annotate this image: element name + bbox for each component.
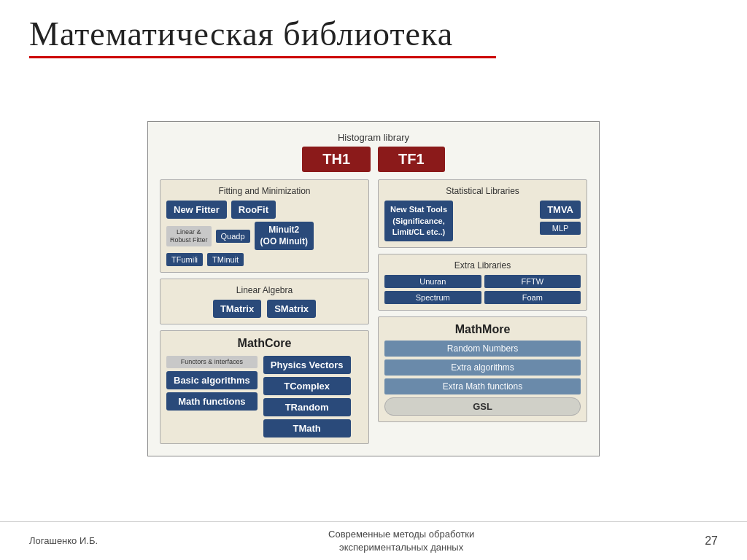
mathmore-items: Random Numbers Extra algorithms Extra Ma… (384, 341, 581, 416)
statistical-section: Statistical Libraries New Stat Tools(Sig… (378, 179, 587, 248)
fftw-btn: FFTW (484, 275, 581, 288)
histogram-section: Histogram library TH1 TF1 (160, 132, 587, 172)
physics-vectors-btn: Physics Vectors (263, 356, 351, 374)
math-functions-btn: Math functions (166, 392, 258, 411)
linear-algebra-section: Linear Algebra TMatrix SMatrix (160, 279, 369, 324)
page-number: 27 (705, 534, 718, 548)
basic-algorithms-btn: Basic algorithms (166, 371, 258, 389)
smatrix-btn: SMatrix (267, 300, 316, 318)
tf1-box: TF1 (378, 147, 445, 172)
fitting-section: Fitting and Minimization New Fitter RooF… (160, 179, 369, 273)
random-numbers-item: Random Numbers (384, 341, 581, 357)
stat-left: New Stat Tools(Significance,Limit/CL etc… (384, 201, 535, 241)
extra-algorithms-item: Extra algorithms (384, 359, 581, 376)
stat-right: TMVA MLP (540, 201, 581, 241)
main-columns: Fitting and Minimization New Fitter RooF… (160, 179, 587, 444)
course-line1: Современные методы обработки (328, 529, 474, 540)
fitting-row2: Linear &Robust Fitter Quadp Minuit2 (OO … (166, 222, 363, 250)
new-fitter-btn: New Fitter (166, 201, 227, 219)
extra-libraries-title: Extra Libraries (384, 260, 581, 271)
roofit-btn: RooFit (231, 201, 276, 219)
fitting-row1: New Fitter RooFit (166, 201, 363, 219)
fitting-title: Fitting and Minimization (166, 186, 363, 196)
extra-libraries-section: Extra Libraries Unuran FFTW Spectrum Foa… (378, 254, 587, 311)
histogram-label: Histogram library (160, 132, 587, 143)
unuran-btn: Unuran (384, 275, 481, 288)
slide-container: Математическая библиотека Histogram libr… (0, 0, 747, 521)
mlp-btn: MLP (540, 222, 581, 235)
diagram-area: Histogram library TH1 TF1 Fitting and Mi… (29, 64, 718, 514)
mathcore-title: MathCore (166, 337, 363, 350)
foam-btn: Foam (484, 291, 581, 304)
linalg-row: TMatrix SMatrix (166, 300, 363, 318)
spectrum-btn: Spectrum (384, 291, 481, 304)
mathcore-left: Functors & interfaces Basic algorithms M… (166, 356, 258, 438)
mathmore-title: MathMore (384, 323, 581, 336)
fitting-row3: TFumili TMinuit (166, 253, 363, 266)
left-column: Fitting and Minimization New Fitter RooF… (160, 179, 369, 444)
tfumili-btn: TFumili (166, 253, 203, 266)
tmath-btn: TMath (263, 419, 351, 438)
tcomplex-btn: TComplex (263, 377, 351, 395)
histogram-boxes: TH1 TF1 (160, 147, 587, 172)
right-column: Statistical Libraries New Stat Tools(Sig… (378, 179, 587, 444)
th1-box: TH1 (302, 147, 371, 172)
diagram-box: Histogram library TH1 TF1 Fitting and Mi… (147, 121, 600, 456)
linear-robust-btn: Linear &Robust Fitter (166, 226, 212, 246)
page-title: Математическая библиотека (29, 15, 718, 53)
tminuit-btn: TMinuit (207, 253, 244, 266)
functors-btn: Functors & interfaces (166, 356, 258, 368)
linear-algebra-title: Linear Algebra (166, 285, 363, 295)
statistical-title: Statistical Libraries (384, 186, 581, 196)
extra-libraries-grid: Unuran FFTW Spectrum Foam (384, 275, 581, 304)
mathcore-right: Physics Vectors TComplex TRandom TMath (263, 356, 351, 438)
trandom-btn: TRandom (263, 398, 351, 416)
stat-grid: New Stat Tools(Significance,Limit/CL etc… (384, 201, 581, 241)
title-section: Математическая библиотека (29, 15, 718, 58)
new-stat-btn: New Stat Tools(Significance,Limit/CL etc… (384, 201, 453, 241)
gsl-item: GSL (384, 397, 581, 416)
footer: Логашенко И.Б. Современные методы обрабо… (0, 521, 747, 560)
fitting-grid: New Fitter RooFit Linear &Robust Fitter … (166, 201, 363, 266)
mathcore-section: MathCore Functors & interfaces Basic alg… (160, 330, 369, 444)
quadp-btn: Quadp (216, 230, 250, 243)
course-line2: экспериментальных данных (339, 542, 463, 553)
minuit2-btn: Minuit2 (OO Minuit) (255, 222, 314, 250)
extra-math-item: Extra Math functions (384, 378, 581, 394)
tmatrix-btn: TMatrix (213, 300, 261, 318)
title-underline (29, 56, 496, 58)
tmva-btn: TMVA (540, 201, 581, 219)
footer-author: Логашенко И.Б. (29, 535, 98, 546)
mathmore-section: MathMore Random Numbers Extra algorithms… (378, 316, 587, 422)
footer-course: Современные методы обработки эксперимент… (328, 528, 474, 554)
mathcore-grid: Functors & interfaces Basic algorithms M… (166, 356, 363, 438)
